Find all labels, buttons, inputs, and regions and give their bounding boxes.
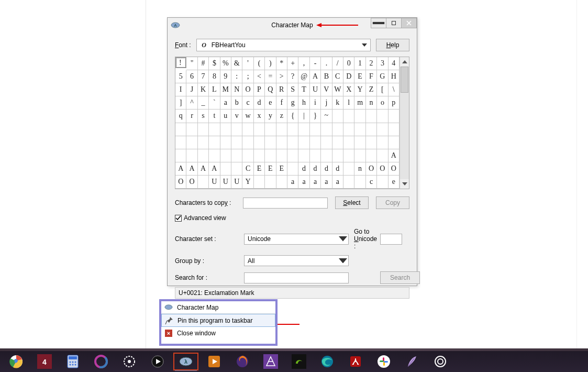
char-cell[interactable]: [354, 136, 365, 149]
char-cell[interactable]: l: [343, 96, 354, 110]
char-cell[interactable]: d: [254, 96, 265, 110]
char-cell[interactable]: [: [377, 83, 388, 96]
char-cell[interactable]: O: [175, 176, 186, 189]
char-cell[interactable]: .: [321, 57, 332, 70]
char-cell[interactable]: ,: [298, 57, 309, 70]
char-cell[interactable]: v: [231, 110, 242, 123]
char-cell[interactable]: ': [242, 57, 253, 70]
char-cell[interactable]: [310, 123, 321, 136]
char-cell[interactable]: k: [332, 96, 343, 110]
char-cell[interactable]: [254, 136, 265, 149]
char-cell[interactable]: e: [389, 176, 400, 189]
char-cell[interactable]: 6: [186, 70, 197, 83]
char-cell[interactable]: _: [198, 96, 209, 110]
char-cell[interactable]: N: [231, 83, 242, 96]
jumplist-item-close[interactable]: × Close window: [161, 327, 275, 340]
char-cell[interactable]: $: [209, 57, 220, 70]
char-cell[interactable]: r: [186, 110, 197, 123]
char-cell[interactable]: Z: [366, 83, 377, 96]
char-cell[interactable]: ": [186, 57, 197, 70]
taskbar-item-edge[interactable]: [313, 351, 341, 372]
char-cell[interactable]: C: [242, 162, 253, 176]
copy-button[interactable]: Copy: [376, 196, 409, 209]
char-cell[interactable]: A: [310, 70, 321, 83]
char-cell[interactable]: L: [209, 83, 220, 96]
char-cell[interactable]: A: [209, 162, 220, 176]
char-cell[interactable]: A: [175, 162, 186, 176]
char-cell[interactable]: Q: [265, 83, 276, 96]
maximize-button[interactable]: [386, 18, 402, 28]
char-cell[interactable]: [377, 110, 388, 123]
char-cell[interactable]: a: [298, 176, 309, 189]
char-cell[interactable]: B: [321, 70, 332, 83]
char-cell[interactable]: o: [377, 96, 388, 110]
char-cell[interactable]: -: [310, 57, 321, 70]
char-cell[interactable]: c: [242, 96, 253, 110]
char-cell[interactable]: [354, 176, 365, 189]
char-cell[interactable]: [276, 176, 287, 189]
char-cell[interactable]: D: [343, 70, 354, 83]
char-cell[interactable]: M: [220, 83, 231, 96]
char-cell[interactable]: *: [276, 57, 287, 70]
char-cell[interactable]: [354, 110, 365, 123]
char-cell[interactable]: [254, 176, 265, 189]
char-cell[interactable]: [276, 123, 287, 136]
char-cell[interactable]: \: [389, 83, 400, 96]
char-cell[interactable]: [321, 123, 332, 136]
char-cell[interactable]: V: [321, 83, 332, 96]
char-cell[interactable]: x: [254, 110, 265, 123]
char-cell[interactable]: a: [321, 176, 332, 189]
char-cell[interactable]: a: [220, 96, 231, 110]
char-cell[interactable]: e: [265, 96, 276, 110]
char-cell[interactable]: [198, 149, 209, 162]
char-cell[interactable]: =: [265, 70, 276, 83]
char-cell[interactable]: t: [209, 110, 220, 123]
char-cell[interactable]: K: [198, 83, 209, 96]
char-cell[interactable]: [332, 110, 343, 123]
titlebar[interactable]: A Character Map: [168, 18, 417, 32]
char-cell[interactable]: s: [198, 110, 209, 123]
advanced-view-label[interactable]: Advanced view: [184, 214, 226, 222]
char-cell[interactable]: j: [321, 96, 332, 110]
taskbar-item-nvidia[interactable]: [285, 351, 313, 372]
char-cell[interactable]: [242, 136, 253, 149]
advanced-view-checkbox[interactable]: [175, 215, 182, 222]
char-cell[interactable]: T: [298, 83, 309, 96]
char-cell[interactable]: a: [287, 176, 298, 189]
char-cell[interactable]: [298, 136, 309, 149]
char-cell[interactable]: <: [254, 70, 265, 83]
char-cell[interactable]: y: [265, 110, 276, 123]
char-cell[interactable]: [254, 123, 265, 136]
taskbar-item-calculator[interactable]: [59, 351, 87, 372]
char-cell[interactable]: E: [354, 70, 365, 83]
char-cell[interactable]: [198, 123, 209, 136]
char-cell[interactable]: 5: [175, 70, 186, 83]
char-cell[interactable]: [343, 110, 354, 123]
help-button[interactable]: Help: [376, 39, 409, 51]
char-cell[interactable]: f: [276, 96, 287, 110]
taskbar-item-slack[interactable]: [370, 351, 398, 372]
char-cell[interactable]: a: [332, 176, 343, 189]
taskbar-item-feather[interactable]: [398, 351, 426, 372]
char-cell[interactable]: h: [298, 96, 309, 110]
char-cell[interactable]: d: [332, 162, 343, 176]
char-cell[interactable]: [254, 149, 265, 162]
taskbar-item-media[interactable]: [143, 351, 172, 372]
char-cell[interactable]: {: [287, 110, 298, 123]
scroll-up-icon[interactable]: [400, 57, 409, 67]
char-cell[interactable]: P: [254, 83, 265, 96]
taskbar-item-videoplayer[interactable]: [200, 351, 228, 372]
char-cell[interactable]: u: [220, 110, 231, 123]
char-cell[interactable]: [276, 149, 287, 162]
char-cell[interactable]: n: [366, 96, 377, 110]
char-cell[interactable]: 2: [366, 57, 377, 70]
char-cell[interactable]: @: [298, 70, 309, 83]
char-cell[interactable]: [366, 123, 377, 136]
char-cell[interactable]: q: [175, 110, 186, 123]
char-cell[interactable]: [321, 149, 332, 162]
char-cell[interactable]: n: [354, 162, 365, 176]
char-cell[interactable]: U: [220, 176, 231, 189]
char-cell[interactable]: !: [175, 57, 186, 68]
char-cell[interactable]: X: [343, 83, 354, 96]
char-cell[interactable]: [310, 149, 321, 162]
